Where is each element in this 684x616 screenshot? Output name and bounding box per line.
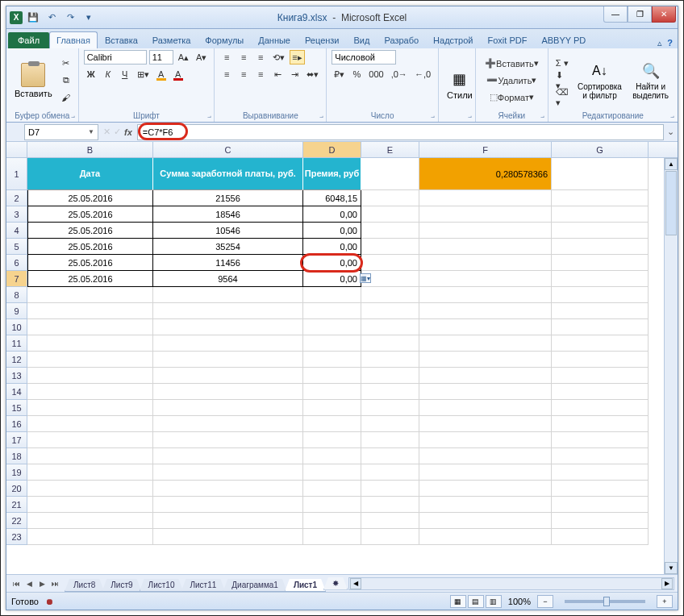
row-header-23[interactable]: 23 — [6, 529, 27, 545]
autofill-options-button[interactable]: ▦▾ — [360, 273, 371, 283]
row-header-12[interactable]: 12 — [6, 352, 27, 368]
align-middle-button[interactable]: ≡ — [236, 50, 251, 65]
view-normal-button[interactable]: ▦ — [450, 595, 466, 608]
cell-B4[interactable]: 25.05.2016 — [27, 223, 153, 239]
view-pagebreak-button[interactable]: ▥ — [486, 595, 502, 608]
cell-D16[interactable] — [303, 416, 361, 432]
font-name-combo[interactable]: Calibri — [84, 50, 147, 65]
row-header-7[interactable]: 7 — [6, 271, 27, 287]
cell-D6[interactable]: 0,00 — [303, 255, 361, 271]
cell-C20[interactable] — [153, 481, 303, 497]
cell-E13[interactable] — [361, 368, 419, 384]
cell-F3[interactable] — [419, 206, 552, 223]
currency-button[interactable]: ₽▾ — [332, 67, 347, 81]
cell-D5[interactable]: 0,00 — [303, 239, 361, 255]
copy-button[interactable]: ⧉ — [59, 73, 73, 88]
row-header-13[interactable]: 13 — [6, 368, 27, 384]
cell-D8[interactable] — [303, 287, 361, 303]
cell-F1[interactable]: 0,280578366 — [419, 158, 552, 190]
cell-C11[interactable] — [153, 335, 303, 352]
hscroll-left[interactable]: ◀ — [350, 578, 361, 589]
new-sheet-button[interactable]: ✸ — [323, 577, 348, 590]
cell-G18[interactable] — [552, 448, 649, 464]
sheet-nav-first[interactable]: ⏮ — [10, 580, 23, 588]
tab-разметка[interactable]: Разметка — [145, 31, 198, 48]
cell-C17[interactable] — [153, 432, 303, 448]
cell-B14[interactable] — [27, 384, 153, 400]
sheet-nav-last[interactable]: ⏭ — [48, 580, 61, 588]
cell-F5[interactable] — [419, 239, 552, 255]
cell-G9[interactable] — [552, 303, 649, 319]
cell-F11[interactable] — [419, 335, 552, 352]
sheet-nav-prev[interactable]: ◀ — [23, 580, 35, 588]
cell-C19[interactable] — [153, 464, 303, 481]
cell-C16[interactable] — [153, 416, 303, 432]
col-header-E[interactable]: E — [361, 142, 419, 157]
row-header-21[interactable]: 21 — [6, 497, 27, 513]
cell-B9[interactable] — [27, 303, 153, 319]
name-box[interactable]: D7▼ — [24, 124, 98, 140]
header-date[interactable]: Дата — [27, 158, 153, 190]
orientation-button[interactable]: ⟲▾ — [270, 50, 287, 65]
macro-record-icon[interactable]: ⏺ — [45, 597, 54, 606]
fill-color-button[interactable]: A — [154, 67, 169, 81]
cell-D23[interactable] — [303, 529, 361, 545]
tab-формулы[interactable]: Формулы — [198, 31, 251, 48]
spreadsheet-grid[interactable]: BCDEFG 1 Дата Сумма заработной платы, ру… — [6, 142, 678, 574]
tab-рецензи[interactable]: Рецензи — [298, 31, 347, 48]
scroll-up-button[interactable]: ▲ — [665, 158, 678, 170]
help-icon[interactable]: ? — [667, 38, 673, 48]
cell-F16[interactable] — [419, 416, 552, 432]
cell-D15[interactable] — [303, 400, 361, 416]
redo-button[interactable]: ↷ — [62, 10, 78, 26]
cell-C23[interactable] — [153, 529, 303, 545]
cell-C10[interactable] — [153, 319, 303, 335]
dec-decimal-button[interactable]: ←,0 — [412, 67, 433, 81]
cell-D12[interactable] — [303, 352, 361, 368]
cell-D4[interactable]: 0,00 — [303, 223, 361, 239]
cell-G16[interactable] — [552, 416, 649, 432]
cell-G20[interactable] — [552, 481, 649, 497]
cell-E22[interactable] — [361, 513, 419, 529]
row-header-6[interactable]: 6 — [6, 255, 27, 271]
cell-E14[interactable] — [361, 384, 419, 400]
cell[interactable] — [361, 158, 419, 190]
cell-E8[interactable] — [361, 287, 419, 303]
cell-G3[interactable] — [552, 206, 649, 223]
cell[interactable] — [552, 158, 649, 190]
cell-B19[interactable] — [27, 464, 153, 481]
cell-C4[interactable]: 10546 — [153, 223, 303, 239]
cell-C13[interactable] — [153, 368, 303, 384]
cell-C6[interactable]: 11456 — [153, 255, 303, 271]
format-painter-button[interactable]: 🖌 — [59, 90, 73, 105]
find-select-button[interactable]: 🔍 Найти и выделить — [628, 60, 673, 102]
cell-C8[interactable] — [153, 287, 303, 303]
horizontal-scrollbar[interactable]: ◀ ▶ — [348, 577, 674, 590]
cell-E9[interactable] — [361, 303, 419, 319]
cell-F17[interactable] — [419, 432, 552, 448]
cell-G12[interactable] — [552, 352, 649, 368]
comma-button[interactable]: 000 — [366, 67, 386, 81]
cell-B16[interactable] — [27, 416, 153, 432]
underline-button[interactable]: Ч — [118, 67, 132, 81]
tab-вставка[interactable]: Вставка — [98, 31, 145, 48]
cell-F10[interactable] — [419, 319, 552, 335]
scroll-down-button[interactable]: ▼ — [665, 562, 678, 574]
cell-C18[interactable] — [153, 448, 303, 464]
header-salary[interactable]: Сумма заработной платы, руб. — [153, 158, 303, 190]
cell-G6[interactable] — [552, 255, 649, 271]
sheet-nav-next[interactable]: ▶ — [35, 580, 48, 588]
cut-button[interactable]: ✂ — [59, 56, 73, 71]
formula-input[interactable]: =C7*F6 — [137, 124, 664, 140]
header-bonus[interactable]: Премия, руб — [303, 158, 361, 190]
clear-button[interactable]: ⌫ ▾ — [553, 90, 571, 105]
cell-B21[interactable] — [27, 497, 153, 513]
row-header-4[interactable]: 4 — [6, 223, 27, 239]
cell-B23[interactable] — [27, 529, 153, 545]
undo-button[interactable]: ↶ — [44, 10, 60, 26]
cell-D21[interactable] — [303, 497, 361, 513]
row-header-11[interactable]: 11 — [6, 335, 27, 352]
col-header-G[interactable]: G — [552, 142, 649, 157]
cell-C15[interactable] — [153, 400, 303, 416]
row-header-14[interactable]: 14 — [6, 384, 27, 400]
